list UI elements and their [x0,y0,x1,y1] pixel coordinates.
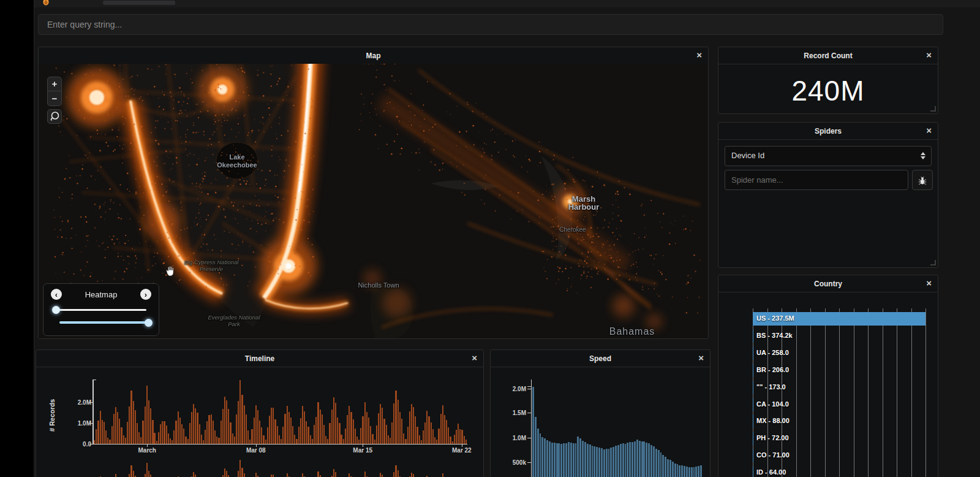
map-label-lake-okeechobee: Lake Okeechobee [206,153,268,169]
speed-bar [556,443,558,477]
speed-bar [648,443,650,477]
speed-bar [672,462,674,477]
speed-bar [596,447,598,477]
country-bar[interactable] [753,466,753,477]
country-bar[interactable] [753,449,753,462]
speed-bar [554,443,556,477]
panel-header: Record Count × [718,47,938,64]
close-button[interactable]: × [695,49,703,61]
country-bar[interactable] [753,398,753,411]
spider-name-input[interactable] [725,170,908,190]
timeline-brush-bar [317,471,318,477]
panel-header: Spiders × [718,123,938,140]
timeline-brush-bar [244,473,245,477]
speed-bar [667,459,669,477]
country-bar-chart[interactable]: US - 237.5MBS - 374.2kUA - 258.0BR - 206… [718,275,938,477]
speed-bar [693,467,695,477]
select-arrows-icon [921,151,925,161]
panel-title: Spiders [718,127,938,135]
speed-bar [660,452,662,477]
panel-title: Map [39,52,708,60]
country-bar[interactable] [753,329,753,343]
close-icon: × [926,125,932,135]
speed-bar [658,450,660,477]
speed-bar [582,441,584,477]
zoom-out-button[interactable]: − [47,91,62,106]
gridline [839,308,840,477]
timeline-brush-bar [335,472,336,477]
country-bar[interactable] [753,364,753,377]
record-count-panel: Record Count × 240M [718,47,938,114]
speed-bar [601,448,603,477]
speed-bar [532,387,534,477]
speed-bar [610,448,612,477]
speed-bar [587,444,589,477]
zoom-in-button[interactable]: + [47,77,62,91]
speed-bar [695,467,697,477]
timeline-brush-bar [239,460,241,477]
gridline [883,308,883,477]
speed-bar [677,464,679,477]
opacity-slider-knob[interactable] [52,306,60,314]
speed-bar [653,446,655,477]
country-bar[interactable] [753,346,753,360]
timeline-brush-bar [146,463,148,477]
timeline-brush-bar [302,473,303,477]
lasso-select-button[interactable] [47,109,62,124]
speed-bar [639,441,641,477]
close-button[interactable]: × [925,124,933,137]
opacity-slider[interactable] [56,309,146,311]
country-bar-label: MX - 88.00 [756,417,790,424]
close-icon: × [696,50,702,60]
radius-slider-knob[interactable] [145,319,153,327]
resize-handle[interactable] [930,260,936,265]
close-button[interactable]: × [925,49,933,61]
top-navbar [34,0,980,7]
speed-bar [540,433,541,477]
minus-icon: − [52,93,58,104]
speed-bar [608,449,610,477]
spider-search-button[interactable] [912,170,933,190]
lasso-icon [48,110,61,123]
speed-bar [662,455,664,477]
timeline-brush-bar [115,474,116,477]
speed-bar [688,467,690,477]
app-title-cutoff [103,1,175,5]
field-select[interactable]: Device Id [725,146,932,166]
map-panel: Map × [38,47,709,339]
radius-slider[interactable] [59,321,149,324]
speed-bar [684,466,685,477]
map-label-bahamas: Bahamas [601,327,663,335]
map-canvas[interactable]: Lake Okeechobee Marsh Harbour Cherokee N… [39,64,708,338]
country-bar[interactable] [753,432,753,445]
panel-title: Record Count [718,52,938,60]
timeline-brush-bar [382,475,383,477]
timeline-brush-bar [226,471,227,477]
country-bar[interactable] [753,381,753,394]
speed-bar [592,446,594,477]
field-select-value: Device Id [731,151,764,160]
timeline-brush-bar [395,465,396,477]
timeline-brush-bar [287,473,288,477]
speed-bar [665,457,666,477]
timeline-brush-bar [148,471,149,477]
map-label-cherokee: Cherokee [542,226,603,234]
timeline-brush-bar [442,473,443,477]
timeline-brush-bar [333,469,334,477]
speed-bar [544,438,546,477]
resize-handle[interactable] [930,106,936,112]
gridline [854,308,854,477]
timeline-brush[interactable] [36,350,483,477]
speed-bars[interactable] [491,350,710,477]
layer-next-button[interactable]: › [140,289,151,300]
country-bar[interactable] [753,414,753,428]
speed-bar [603,449,605,477]
timeline-brush-bar [193,472,194,477]
speed-bar [646,443,647,477]
query-input[interactable] [38,14,943,35]
layer-switcher-card: ‹ Heatmap › [43,283,159,336]
speed-bar [541,437,543,477]
speed-bar [625,444,627,477]
timeline-brush-bar [195,475,196,477]
speed-bar [573,443,575,477]
